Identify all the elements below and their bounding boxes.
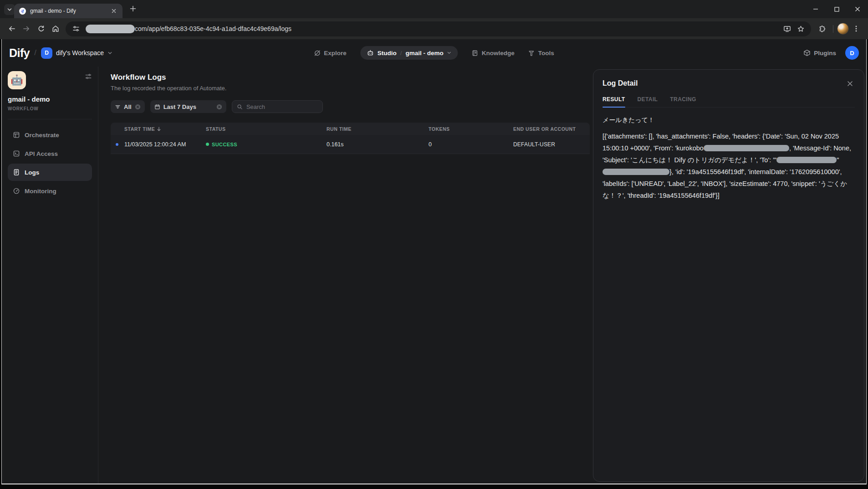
- main-nav: Explore Studio / gmail - demo Knowledge …: [314, 46, 554, 60]
- nav-knowledge[interactable]: Knowledge: [472, 50, 515, 57]
- chevron-down-icon: [7, 7, 12, 12]
- sidebar-item-logs[interactable]: Logs: [8, 164, 92, 181]
- nav-explore[interactable]: Explore: [314, 50, 347, 57]
- browser-tab[interactable]: if gmail - demo - Dify: [14, 4, 123, 18]
- cell-end-user: DEFAULT-USER: [513, 141, 590, 148]
- log-table-row[interactable]: 11/03/2025 12:00:24 AM SUCCESS 0.161s 0 …: [111, 135, 590, 154]
- result-message: メールきたって！: [602, 116, 855, 124]
- chevron-down-icon: [107, 51, 112, 56]
- sidebar-item-api-access[interactable]: API Access: [8, 145, 92, 162]
- sidebar-item-monitoring[interactable]: Monitoring: [8, 182, 92, 200]
- app-settings-icon[interactable]: [85, 73, 92, 80]
- reload-icon[interactable]: [34, 21, 48, 36]
- result-text-segment: ": [837, 156, 839, 164]
- site-info-icon[interactable]: [71, 22, 81, 36]
- sidebar: 🤖 gmail - demo WORKFLOW Orchestrate API …: [2, 67, 98, 484]
- tab-title: gmail - demo - Dify: [30, 8, 106, 14]
- redacted-url-prefix: [86, 25, 135, 33]
- column-header-end-user: END USER OR ACCOUNT: [513, 126, 590, 132]
- workspace-name: dify's Workspace: [56, 49, 104, 57]
- logs-table-header: START TIME STATUS RUN TIME TOKENS END US…: [111, 123, 590, 135]
- dify-logo[interactable]: Dify: [9, 46, 30, 60]
- log-detail-panel: Log Detail RESULT DETAIL TRACING メールきたって…: [593, 69, 864, 482]
- sidebar-divider: [8, 119, 92, 119]
- nav-plugins[interactable]: Plugins: [803, 49, 836, 57]
- dify-favicon-icon: if: [19, 8, 26, 15]
- tab-close-icon[interactable]: [110, 7, 118, 15]
- result-text: [{'attachments': [], 'has_attachments': …: [602, 130, 852, 201]
- column-header-start-time[interactable]: START TIME: [111, 126, 206, 132]
- studio-current-app: gmail - demo: [405, 50, 443, 57]
- knowledge-icon: [472, 50, 479, 57]
- log-detail-title: Log Detail: [602, 79, 638, 88]
- breadcrumb-slash: /: [34, 48, 36, 57]
- studio-robot-icon: [367, 49, 374, 57]
- sidebar-item-orchestrate[interactable]: Orchestrate: [8, 126, 92, 144]
- success-dot-icon: [206, 143, 209, 146]
- redaction-blob: [602, 169, 669, 175]
- close-icon[interactable]: [845, 78, 855, 88]
- window-minimize-button[interactable]: [805, 0, 826, 18]
- extensions-icon[interactable]: [815, 21, 829, 36]
- tools-icon: [528, 50, 535, 57]
- plus-icon: [129, 5, 137, 12]
- nav-tools[interactable]: Tools: [528, 50, 554, 57]
- clear-status-filter-icon[interactable]: [135, 104, 141, 110]
- sort-desc-icon: [157, 127, 161, 131]
- app-header: Dify / D dify's Workspace Explore Studio…: [2, 39, 866, 67]
- tab-tracing[interactable]: TRACING: [670, 96, 696, 107]
- new-tab-button[interactable]: [129, 5, 137, 12]
- redaction-blob: [704, 145, 789, 151]
- workspace-selector[interactable]: D dify's Workspace: [41, 47, 112, 59]
- browser-toolbar: com/app/efb68c83-035e-4c94-a1ad-dfac4c49…: [0, 18, 868, 39]
- home-icon[interactable]: [48, 21, 63, 36]
- search-icon: [237, 104, 243, 110]
- tab-search-button[interactable]: [4, 4, 15, 15]
- clear-date-filter-icon[interactable]: [216, 104, 222, 110]
- install-icon[interactable]: [780, 22, 794, 36]
- redaction-blob: [776, 157, 837, 163]
- window-maximize-button[interactable]: [826, 0, 847, 18]
- window-close-button[interactable]: [847, 0, 868, 18]
- toolbar-separator: [833, 25, 833, 33]
- nav-studio[interactable]: Studio / gmail - demo: [360, 46, 458, 60]
- back-icon[interactable]: [5, 21, 19, 36]
- cell-status: SUCCESS: [206, 142, 327, 147]
- workspace-badge: D: [41, 47, 52, 59]
- page-content: Dify / D dify's Workspace Explore Studio…: [1, 39, 867, 484]
- user-avatar[interactable]: D: [845, 46, 859, 60]
- forward-icon[interactable]: [19, 21, 34, 36]
- run-status-dot: [116, 143, 118, 146]
- browser-menu-icon[interactable]: [849, 21, 863, 36]
- orchestrate-icon: [13, 131, 20, 139]
- browser-profile-avatar[interactable]: [837, 23, 849, 35]
- cell-tokens: 0: [429, 141, 513, 148]
- column-header-status: STATUS: [206, 126, 327, 132]
- sidebar-app-name: gmail - demo: [8, 95, 92, 103]
- api-access-icon: [13, 150, 20, 157]
- tab-result[interactable]: RESULT: [602, 96, 625, 107]
- url-text: com/app/efb68c83-035e-4c94-a1ad-dfac4c49…: [135, 25, 780, 32]
- cell-run-time: 0.161s: [327, 141, 429, 148]
- tab-detail[interactable]: DETAIL: [638, 96, 658, 107]
- cell-start-time: 11/03/2025 12:00:24 AM: [124, 141, 186, 148]
- browser-tab-strip: if gmail - demo - Dify: [0, 0, 868, 18]
- chevron-down-icon: [447, 51, 452, 55]
- status-filter[interactable]: All: [111, 100, 145, 113]
- sidebar-app-type: WORKFLOW: [8, 106, 92, 111]
- monitoring-icon: [13, 187, 20, 195]
- bookmark-star-icon[interactable]: [794, 22, 807, 36]
- explore-icon: [314, 50, 321, 57]
- logs-icon: [13, 169, 20, 176]
- calendar-icon: [154, 104, 160, 110]
- filter-icon: [115, 104, 121, 110]
- app-icon: 🤖: [8, 71, 26, 89]
- log-detail-tabs: RESULT DETAIL TRACING: [602, 96, 855, 108]
- search-box: [232, 100, 323, 113]
- column-header-tokens: TOKENS: [429, 126, 513, 132]
- column-header-run-time: RUN TIME: [327, 126, 429, 132]
- search-input[interactable]: [246, 103, 318, 110]
- date-range-filter[interactable]: Last 7 Days: [150, 100, 226, 113]
- url-bar[interactable]: com/app/efb68c83-035e-4c94-a1ad-dfac4c49…: [66, 21, 811, 36]
- plugins-icon: [803, 49, 811, 57]
